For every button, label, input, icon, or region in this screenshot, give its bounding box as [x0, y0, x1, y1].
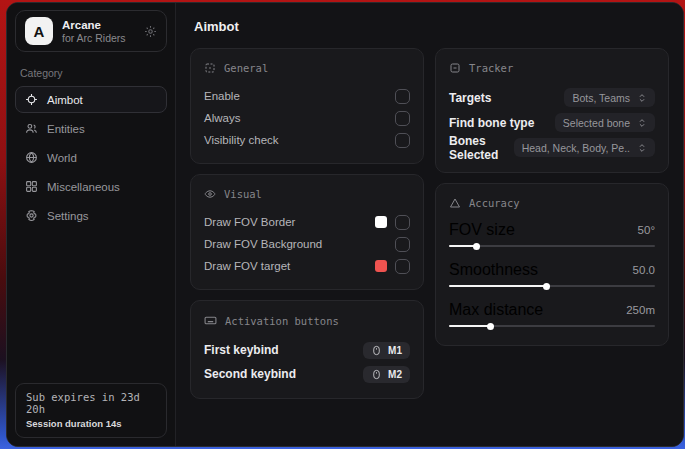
- sidebar: A Arcane for Arc Riders Category Aimbot: [7, 3, 176, 446]
- card-title: General: [224, 62, 268, 74]
- sidebar-item-label: Entities: [47, 123, 85, 135]
- max-distance-slider[interactable]: [449, 321, 655, 331]
- slider-value: 250m: [626, 304, 655, 316]
- sidebar-item-aimbot[interactable]: Aimbot: [15, 86, 167, 113]
- brand-header: A Arcane for Arc Riders: [15, 10, 167, 52]
- sidebar-item-world[interactable]: World: [15, 144, 167, 171]
- targets-dropdown[interactable]: Bots, Teams: [564, 88, 655, 107]
- category-label: Category: [20, 67, 162, 79]
- grid-icon: [25, 180, 38, 193]
- setting-label: Find bone type: [449, 116, 534, 130]
- page-title: Aimbot: [194, 19, 669, 34]
- second-keybind-button[interactable]: M2: [363, 366, 410, 383]
- sidebar-item-settings[interactable]: Settings: [15, 202, 167, 229]
- sidebar-item-label: Settings: [47, 210, 89, 222]
- globe-icon: [25, 151, 38, 164]
- keybind-value: M2: [388, 369, 402, 380]
- setting-row: Targets Bots, Teams: [449, 85, 655, 110]
- sidebar-item-label: Miscellaneous: [47, 181, 120, 193]
- subscription-box: Sub expires in 23d 20h Session duration …: [15, 383, 167, 438]
- card-title: Visual: [224, 188, 262, 200]
- sidebar-item-label: Aimbot: [47, 94, 83, 106]
- mouse-icon: [371, 345, 382, 356]
- tracker-card: Tracker Targets Bots, Teams Find bone ty…: [435, 48, 669, 173]
- dropdown-value: Selected bone: [563, 117, 630, 129]
- setting-label: FOV size: [449, 221, 515, 239]
- logo-letter: A: [34, 23, 45, 40]
- fov-border-color-swatch[interactable]: [375, 216, 387, 228]
- slider-row: FOV size 50°: [449, 220, 655, 251]
- app-window: A Arcane for Arc Riders Category Aimbot: [6, 2, 684, 447]
- smoothness-slider[interactable]: [449, 281, 655, 291]
- bones-selected-dropdown[interactable]: Head, Neck, Body, Pe..: [514, 138, 655, 157]
- fov-size-slider[interactable]: [449, 241, 655, 251]
- activation-card: Activation buttons First keybind M1 Seco…: [190, 300, 424, 399]
- draw-fov-target-checkbox[interactable]: [395, 259, 410, 274]
- tracker-icon: [449, 62, 461, 74]
- slider-row: Smoothness 50.0: [449, 260, 655, 291]
- setting-label: Draw FOV Background: [204, 238, 322, 250]
- find-bone-type-dropdown[interactable]: Selected bone: [555, 113, 655, 132]
- dropdown-value: Head, Neck, Body, Pe..: [522, 142, 630, 154]
- main-content: Aimbot General Enable Alw: [176, 3, 683, 446]
- sidebar-item-entities[interactable]: Entities: [15, 115, 167, 142]
- brand-subtitle: for Arc Riders: [62, 32, 126, 44]
- setting-label: Second keybind: [204, 367, 296, 381]
- setting-row: Find bone type Selected bone: [449, 110, 655, 135]
- setting-label: Always: [204, 112, 240, 124]
- chevron-up-down-icon: [637, 118, 647, 128]
- setting-label: Draw FOV target: [204, 260, 290, 272]
- app-logo: A: [25, 17, 53, 45]
- keybind-value: M1: [388, 345, 402, 356]
- enable-checkbox[interactable]: [395, 89, 410, 104]
- crosshair-icon: [25, 93, 38, 106]
- accuracy-card: Accuracy FOV size 50°: [435, 183, 669, 346]
- card-title: Accuracy: [469, 197, 520, 209]
- sidebar-nav: Aimbot Entities World Miscellaneous: [15, 86, 167, 229]
- gear-icon[interactable]: [144, 25, 157, 38]
- setting-row: First keybind M1: [204, 338, 410, 362]
- general-icon: [204, 62, 216, 74]
- setting-row: Visibility check: [204, 129, 410, 151]
- setting-label: Enable: [204, 90, 240, 102]
- card-title: Tracker: [469, 62, 513, 74]
- mouse-icon: [371, 369, 382, 380]
- brand-name: Arcane: [62, 19, 126, 31]
- chevron-up-down-icon: [637, 93, 647, 103]
- dropdown-value: Bots, Teams: [572, 92, 630, 104]
- draw-fov-background-checkbox[interactable]: [395, 237, 410, 252]
- slider-row: Max distance 250m: [449, 300, 655, 331]
- chevron-up-down-icon: [637, 143, 647, 153]
- setting-row: Bones Selected Head, Neck, Body, Pe..: [449, 135, 655, 160]
- setting-row: Draw FOV target: [204, 255, 410, 277]
- general-card: General Enable Always Visibility check: [190, 48, 424, 164]
- setting-row: Enable: [204, 85, 410, 107]
- setting-row: Draw FOV Background: [204, 233, 410, 255]
- setting-label: Targets: [449, 91, 491, 105]
- visual-card: Visual Draw FOV Border Draw FOV Backgrou…: [190, 174, 424, 290]
- slider-thumb[interactable]: [473, 243, 480, 250]
- setting-row: Draw FOV Border: [204, 211, 410, 233]
- always-checkbox[interactable]: [395, 111, 410, 126]
- first-keybind-button[interactable]: M1: [363, 342, 410, 359]
- visual-icon: [204, 188, 216, 200]
- fov-target-color-swatch[interactable]: [375, 260, 387, 272]
- slider-thumb[interactable]: [543, 283, 550, 290]
- slider-value: 50.0: [633, 264, 655, 276]
- entities-icon: [25, 122, 38, 135]
- triangle-icon: [449, 197, 461, 209]
- draw-fov-border-checkbox[interactable]: [395, 215, 410, 230]
- setting-label: Visibility check: [204, 134, 279, 146]
- visibility-check-checkbox[interactable]: [395, 133, 410, 148]
- setting-label: Draw FOV Border: [204, 216, 295, 228]
- slider-thumb[interactable]: [487, 323, 494, 330]
- setting-label: First keybind: [204, 343, 279, 357]
- session-duration-text: Session duration 14s: [26, 418, 156, 429]
- sidebar-item-miscellaneous[interactable]: Miscellaneous: [15, 173, 167, 200]
- keyboard-icon: [204, 314, 217, 327]
- sidebar-item-label: World: [47, 152, 77, 164]
- card-title: Activation buttons: [225, 315, 339, 327]
- gear-icon: [25, 209, 38, 222]
- setting-row: Second keybind M2: [204, 362, 410, 386]
- setting-label: Bones Selected: [449, 134, 514, 162]
